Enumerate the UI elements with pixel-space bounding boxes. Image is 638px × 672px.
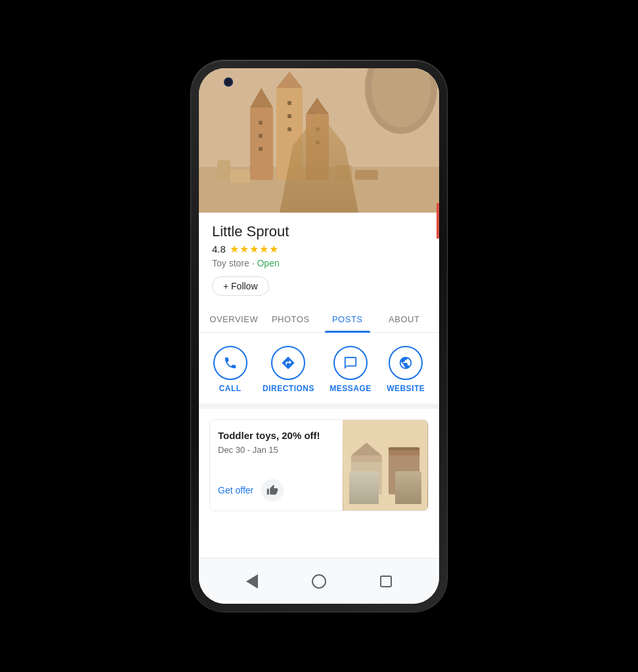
post-date: Dec 30 - Jan 15 <box>218 445 335 455</box>
call-button[interactable]: CALL <box>213 346 247 393</box>
svg-rect-17 <box>287 127 291 131</box>
thumbs-up-button[interactable] <box>261 479 284 501</box>
posts-section: Toddler toys, 20% off! Dec 30 - Jan 15 G… <box>199 409 439 522</box>
rating-number: 4.8 <box>212 243 226 255</box>
open-status: Open <box>257 258 279 268</box>
phone-frame: Little Sprout 4.8 ★★★★★ Toy store · Open… <box>191 60 447 612</box>
svg-rect-18 <box>316 127 320 131</box>
hero-svg <box>199 68 439 213</box>
separator: · <box>252 258 255 268</box>
home-button[interactable] <box>306 568 332 595</box>
business-name: Little Sprout <box>212 223 426 240</box>
website-label: WEBSITE <box>387 384 425 393</box>
rating-row: 4.8 ★★★★★ <box>212 243 426 255</box>
tab-overview[interactable]: OVERVIEW <box>205 306 263 332</box>
phone-screen: Little Sprout 4.8 ★★★★★ Toy store · Open… <box>199 68 439 604</box>
message-label: MESSAGE <box>330 384 372 393</box>
message-icon <box>333 346 368 380</box>
svg-rect-13 <box>259 134 263 138</box>
tab-photos[interactable]: PHOTOS <box>263 306 320 332</box>
directions-button[interactable]: DIRECTIONS <box>263 346 314 393</box>
svg-rect-11 <box>217 160 230 180</box>
svg-rect-14 <box>259 147 263 151</box>
svg-rect-15 <box>287 101 291 105</box>
svg-rect-24 <box>351 455 382 462</box>
directions-icon <box>271 346 305 380</box>
directions-label: DIRECTIONS <box>263 384 314 393</box>
post-image-svg <box>343 420 428 511</box>
tab-posts[interactable]: POSTS <box>319 306 376 332</box>
svg-rect-10 <box>355 170 378 180</box>
svg-rect-19 <box>316 140 320 144</box>
action-buttons: CALL DIRECTIONS ME <box>199 333 439 409</box>
hero-image <box>199 68 439 213</box>
back-button[interactable] <box>239 568 265 595</box>
back-icon <box>246 574 258 589</box>
navigation-bar <box>199 558 439 604</box>
svg-rect-28 <box>389 447 419 450</box>
stars: ★★★★★ <box>230 243 279 255</box>
follow-button[interactable]: + Follow <box>212 276 269 296</box>
recent-apps-button[interactable] <box>373 568 399 595</box>
tab-about[interactable]: ABOUT <box>376 306 433 332</box>
post-title: Toddler toys, 20% off! <box>218 429 335 442</box>
svg-rect-9 <box>335 165 352 180</box>
call-icon <box>213 346 247 380</box>
business-type-row: Toy store · Open <box>212 258 426 268</box>
business-card: Little Sprout 4.8 ★★★★★ Toy store · Open… <box>199 213 439 306</box>
svg-rect-26 <box>389 452 419 494</box>
post-content: Toddler toys, 20% off! Dec 30 - Jan 15 G… <box>210 420 343 511</box>
business-type: Toy store <box>212 258 249 268</box>
svg-rect-16 <box>287 114 291 118</box>
svg-rect-23 <box>351 459 382 494</box>
get-offer-link[interactable]: Get offer <box>218 485 253 495</box>
scroll-content: Little Sprout 4.8 ★★★★★ Toy store · Open… <box>199 68 439 558</box>
recent-apps-icon <box>380 576 392 587</box>
svg-rect-2 <box>250 108 273 180</box>
website-icon <box>389 346 423 380</box>
message-button[interactable]: MESSAGE <box>330 346 372 393</box>
tabs-bar: OVERVIEW PHOTOS POSTS ABOUT <box>199 306 439 333</box>
scroll-indicator <box>436 203 439 239</box>
call-label: CALL <box>219 384 242 393</box>
post-image <box>343 420 428 511</box>
svg-rect-8 <box>230 170 250 183</box>
home-icon <box>312 574 326 589</box>
svg-rect-6 <box>306 114 329 180</box>
post-bottom: Get offer <box>218 479 335 501</box>
svg-rect-12 <box>259 121 263 125</box>
camera-icon <box>224 77 233 87</box>
post-card: Toddler toys, 20% off! Dec 30 - Jan 15 G… <box>209 419 429 511</box>
website-button[interactable]: WEBSITE <box>387 346 425 393</box>
